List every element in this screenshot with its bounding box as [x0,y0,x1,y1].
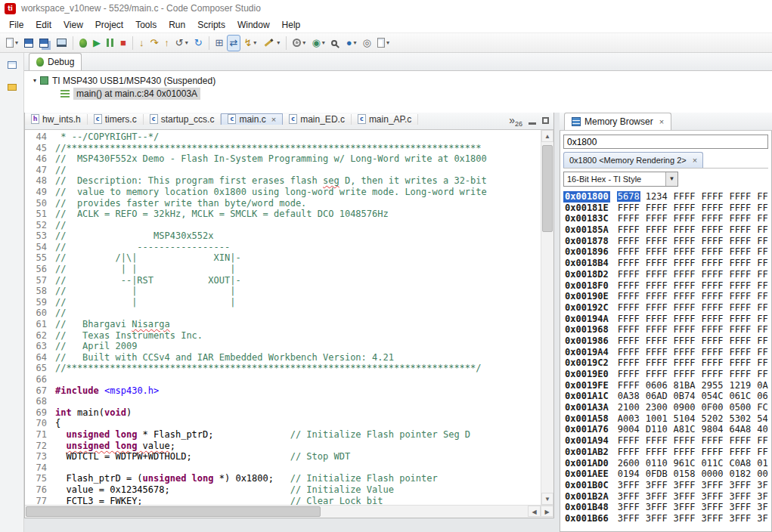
memory-cell[interactable]: FFFF [617,236,640,246]
memory-cell[interactable]: FFFF [728,336,752,346]
memory-address[interactable]: 0x00185A [563,224,610,236]
memory-cell[interactable]: 5402 [756,413,768,424]
code-line[interactable]: // [55,308,541,319]
memory-address[interactable]: 0x00190E [563,291,610,302]
memory-cell[interactable]: FFFF [617,357,640,368]
suspend-button[interactable] [104,35,117,51]
code-line[interactable]: // [55,165,541,176]
memory-cell[interactable]: FFFF [673,269,696,280]
memory-cell[interactable]: 0003 [756,469,768,479]
memory-cell[interactable]: FFFF [728,213,752,224]
memory-address[interactable]: 0x001800 [563,191,610,203]
code-editor[interactable]: * --/COPYRIGHT--*///********************… [52,130,541,505]
memory-cell[interactable]: FFFF [756,213,768,224]
flash-button[interactable]: ↯▾ [240,35,259,51]
memory-cell[interactable]: 2600 [617,458,640,469]
memory-cell[interactable]: 3FFF [673,502,696,512]
scroll-down-button[interactable]: ▼ [541,493,553,505]
memory-cell[interactable]: FFFF [645,291,668,302]
memory-cell[interactable]: FFFF [728,236,752,246]
memory-cell[interactable]: FFFF [645,280,668,291]
code-line[interactable]: // Texas Instruments Inc. [55,330,541,342]
memory-cell[interactable]: FFFF [673,447,696,457]
memory-cell[interactable]: 0B74 [673,391,696,401]
memory-cell[interactable]: FFFF [673,224,696,235]
code-line[interactable]: // value to memory location 0x1800 using… [55,187,541,198]
code-line[interactable]: WDTCTL = WDTPW+WDTHOLD; // Stop WDT [55,451,541,462]
memory-address[interactable]: 0x001896 [563,246,610,258]
memory-cell[interactable]: FFFF [701,246,724,257]
memory-cell[interactable]: FFFF [673,258,696,268]
memory-cell[interactable]: FFFF [728,369,752,379]
memory-cell[interactable]: 3FFF [701,491,724,502]
memory-cell[interactable]: FC00 [756,402,768,413]
horizontal-scroll-thumb[interactable] [26,506,321,517]
memory-cell[interactable]: FFFF [756,224,768,235]
code-line[interactable]: // | | [55,286,541,297]
code-line[interactable]: // | | [55,297,541,308]
memory-address[interactable]: 0x001A94 [563,435,610,447]
memory-cell[interactable]: FFFF [645,357,668,368]
memory-address[interactable]: 0x00181E [563,203,610,214]
expander-icon[interactable]: ▾ [33,77,36,84]
memory-cell[interactable]: FFFF [645,203,668,213]
memory-cell[interactable]: 5678 [617,191,640,202]
code-line[interactable]: * --/COPYRIGHT--*/ [55,131,541,143]
code-line[interactable]: // [55,220,541,231]
memory-cell[interactable]: FFFF [645,246,668,257]
memory-cell[interactable]: FFFF [756,314,768,324]
memory-cell[interactable]: FFFF [756,435,768,446]
memory-cell[interactable]: FFFF [617,324,640,335]
trace-button[interactable]: ◉▾ [308,35,327,51]
memory-cell[interactable]: 3FFF [673,513,696,524]
memory-cell[interactable]: 0900 [673,402,696,413]
editor-tab-hw_ints.h[interactable]: hhw_ints.h [25,114,88,125]
memory-cell[interactable]: 3FFF [728,513,752,524]
memory-cell[interactable]: FFFF [673,314,696,324]
memory-cell[interactable]: 3FFF [701,480,724,490]
memory-cell[interactable]: D110 [645,424,668,435]
memory-cell[interactable]: FFFF [756,258,768,268]
memory-cell[interactable]: FFFF [701,269,724,280]
menu-help[interactable]: Help [276,18,307,32]
memory-cell[interactable]: 64A8 [728,424,752,435]
memory-cell[interactable]: 0194 [617,469,640,479]
memory-cell[interactable]: 3FFF [728,502,752,512]
format-select[interactable]: 16-Bit Hex - TI Style ▼ [563,172,678,187]
memory-address[interactable]: 0x001A76 [563,424,610,435]
memory-cell[interactable]: FFFF [673,357,696,368]
pin-view-button[interactable]: ◎ [360,35,374,51]
memory-cell[interactable]: FFFF [645,324,668,335]
memory-cell[interactable]: FFFF [673,336,696,346]
breakpoints-button[interactable]: ●▾ [343,35,360,51]
memory-cell[interactable]: FFFF [701,447,724,457]
memory-cell[interactable]: FFFF [673,347,696,357]
memory-cell[interactable]: FFFF [645,314,668,324]
memory-cell[interactable]: 3FFF [728,480,752,490]
memory-cell[interactable]: FFFF [673,246,696,257]
memory-cell[interactable]: FFFF [617,336,640,346]
memory-cell[interactable]: FFFF [673,280,696,291]
memory-cell[interactable]: FFFF [645,224,668,235]
tab-overflow-button[interactable]: »26 [509,114,522,128]
menu-run[interactable]: Run [163,18,191,32]
editor-tab-startup_ccs.c[interactable]: cstartup_ccs.c [144,114,222,125]
memory-cell[interactable]: FFFF [756,246,768,257]
memory-address[interactable]: 0x001B0C [563,480,610,491]
memory-cell[interactable]: FFFF [728,314,752,324]
memory-cell[interactable]: FFFF [673,291,696,302]
code-line[interactable]: // ACLK = REFO = 32kHz, MCLK = SMCLK = d… [55,209,541,220]
memory-cell[interactable]: 0612 [756,391,768,401]
memory-cell[interactable]: FFFF [728,203,752,213]
memory-address[interactable]: 0x0019A4 [563,347,610,358]
memory-cell[interactable]: FFFF [728,258,752,268]
memory-cell[interactable]: FFFF [756,280,768,291]
memory-cell[interactable]: FFFF [701,336,724,346]
memory-cell[interactable]: 2955 [701,380,724,391]
memory-cell[interactable]: FFFF [645,236,668,246]
memory-address[interactable]: 0x0019FE [563,380,610,391]
memory-cell[interactable]: 0FDB [645,469,668,479]
editor-vertical-scrollbar[interactable]: ▲ ▼ [541,130,553,505]
memory-cell[interactable]: FFFF [701,302,724,313]
memory-cell[interactable]: FFFF [617,347,640,357]
